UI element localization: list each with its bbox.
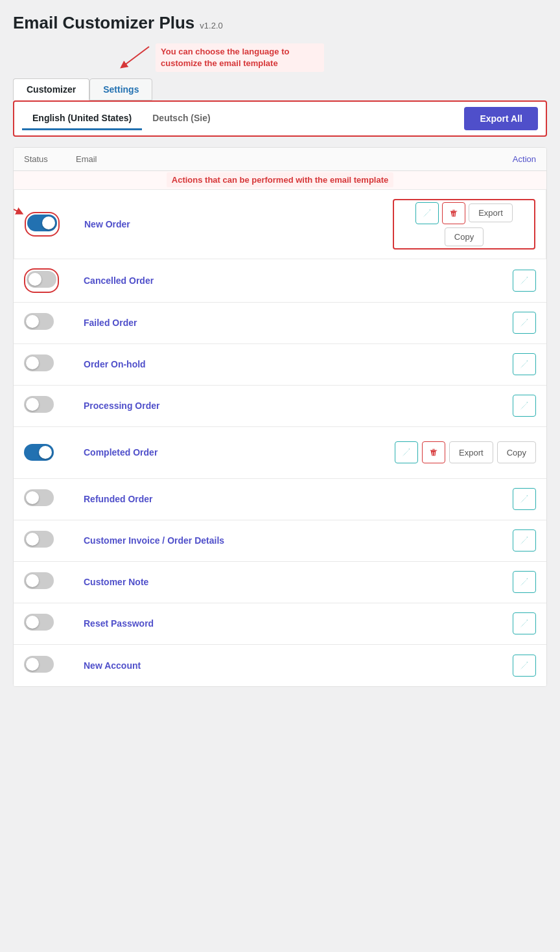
action-buttons-completed-order: Export Copy (393, 441, 536, 463)
table-row: Cancelled Order (14, 259, 546, 303)
table-row: Completed Order Export Copy (14, 427, 546, 479)
page-title: Email Customizer Plus (13, 13, 194, 33)
toggle-refunded-order[interactable] (24, 489, 54, 506)
edit-button-new-account[interactable] (513, 655, 536, 677)
lang-tabs: English (United States) Deutsch (Sie) (22, 108, 221, 130)
svg-line-3 (13, 200, 20, 213)
header-email: Email (76, 154, 393, 164)
toggle-reset-password[interactable] (24, 614, 54, 631)
table-row: Failed Order (14, 303, 546, 344)
edit-icon (520, 661, 529, 670)
actions-annotation-text: Actions that can be performed with the e… (167, 172, 393, 187)
edit-icon (520, 276, 529, 285)
toggle-customer-note[interactable] (24, 572, 54, 589)
edit-icon (520, 318, 529, 327)
delete-icon (449, 209, 458, 218)
toggle-new-account[interactable] (24, 656, 54, 673)
edit-button-reset-password[interactable] (513, 612, 536, 634)
lang-annotation-text: You can choose the language to customize… (156, 43, 324, 72)
toggle-new-order[interactable] (27, 215, 57, 231)
action-buttons-refunded-order (393, 488, 536, 510)
toggle-arrow-icon (13, 196, 23, 216)
copy-button-new-order[interactable]: Copy (445, 227, 484, 246)
copy-button-completed-order[interactable]: Copy (497, 441, 536, 463)
email-name-processing-order: Processing Order (84, 401, 393, 411)
toggle-customer-invoice[interactable] (24, 531, 54, 548)
email-name-new-order: New Order (84, 219, 393, 229)
table-row: Processing Order (14, 386, 546, 427)
action-buttons-order-on-hold (393, 353, 536, 375)
toggle-area-new-order: You can enable or disable the template (25, 212, 76, 237)
action-buttons-processing-order (393, 395, 536, 417)
toggle-highlight-cancelled (24, 268, 59, 293)
email-list: Status Email Action Actions that can be … (13, 147, 547, 686)
action-buttons-cancelled-order (393, 270, 536, 292)
delete-icon (429, 448, 438, 457)
email-name-refunded-order: Refunded Order (84, 494, 393, 504)
email-name-customer-note: Customer Note (84, 577, 393, 587)
email-name-completed-order: Completed Order (84, 447, 393, 458)
email-name-customer-invoice: Customer Invoice / Order Details (84, 535, 393, 546)
edit-icon (402, 448, 411, 457)
list-header: Status Email Action (14, 148, 546, 171)
edit-button-refunded-order[interactable] (513, 488, 536, 510)
edit-button-processing-order[interactable] (513, 395, 536, 417)
email-name-failed-order: Failed Order (84, 318, 393, 328)
edit-icon (520, 619, 529, 628)
edit-button-new-order[interactable] (415, 202, 439, 224)
lang-tab-english[interactable]: English (United States) (22, 108, 142, 130)
toggle-cancelled-order[interactable] (27, 271, 56, 288)
table-row: Reset Password (14, 603, 546, 645)
actions-highlight-new-order: Export Copy (393, 199, 535, 250)
edit-button-failed-order[interactable] (513, 312, 536, 334)
export-button-completed-order[interactable]: Export (449, 441, 493, 463)
action-buttons-new-account (393, 655, 536, 677)
main-tabs: Customizer Settings (13, 78, 547, 100)
table-row: New Account (14, 645, 546, 686)
delete-button-completed-order[interactable] (422, 441, 445, 463)
table-row: You can enable or disable the template (14, 189, 546, 259)
edit-icon (423, 209, 432, 218)
edit-icon (520, 577, 529, 586)
toggle-failed-order[interactable] (24, 313, 54, 330)
toggle-highlight-new-order (25, 212, 60, 237)
edit-button-cancelled-order[interactable] (513, 270, 536, 292)
action-buttons-reset-password (393, 612, 536, 634)
export-all-button[interactable]: Export All (464, 107, 538, 130)
tab-customizer[interactable]: Customizer (13, 78, 89, 100)
edit-button-completed-order[interactable] (395, 441, 418, 463)
toggle-processing-order[interactable] (24, 396, 54, 413)
header-status: Status (24, 154, 76, 164)
lang-annotation-area: You can choose the language to customize… (117, 43, 547, 72)
edit-icon (520, 401, 529, 410)
lang-export-section: English (United States) Deutsch (Sie) Ex… (13, 100, 547, 137)
action-buttons-failed-order (393, 312, 536, 334)
email-name-cancelled-order: Cancelled Order (84, 275, 393, 286)
tab-settings[interactable]: Settings (89, 78, 152, 100)
svg-line-1 (123, 47, 149, 66)
email-name-reset-password: Reset Password (84, 618, 393, 629)
table-row: Customer Note (14, 562, 546, 603)
toggle-completed-order[interactable] (24, 444, 54, 461)
action-buttons-new-order: Export Copy (393, 199, 535, 250)
edit-button-customer-note[interactable] (513, 571, 536, 593)
edit-icon (520, 494, 529, 504)
arrow-icon (117, 43, 156, 69)
table-row: Customer Invoice / Order Details (14, 520, 546, 562)
table-row: Order On-hold (14, 344, 546, 386)
action-buttons-customer-invoice (393, 529, 536, 551)
page-header: Email Customizer Plus v1.2.0 (13, 13, 547, 33)
email-name-order-on-hold: Order On-hold (84, 359, 393, 369)
edit-icon (520, 360, 529, 369)
edit-icon (520, 536, 529, 545)
edit-button-order-on-hold[interactable] (513, 353, 536, 375)
version-badge: v1.2.0 (200, 21, 222, 30)
action-buttons-customer-note (393, 571, 536, 593)
actions-annotation-area: Actions that can be performed with the e… (14, 171, 546, 189)
toggle-order-on-hold[interactable] (24, 354, 54, 371)
edit-button-customer-invoice[interactable] (513, 529, 536, 551)
lang-tab-german[interactable]: Deutsch (Sie) (142, 108, 220, 130)
table-row: Refunded Order (14, 479, 546, 520)
delete-button-new-order[interactable] (442, 202, 465, 224)
export-button-new-order[interactable]: Export (469, 203, 513, 222)
